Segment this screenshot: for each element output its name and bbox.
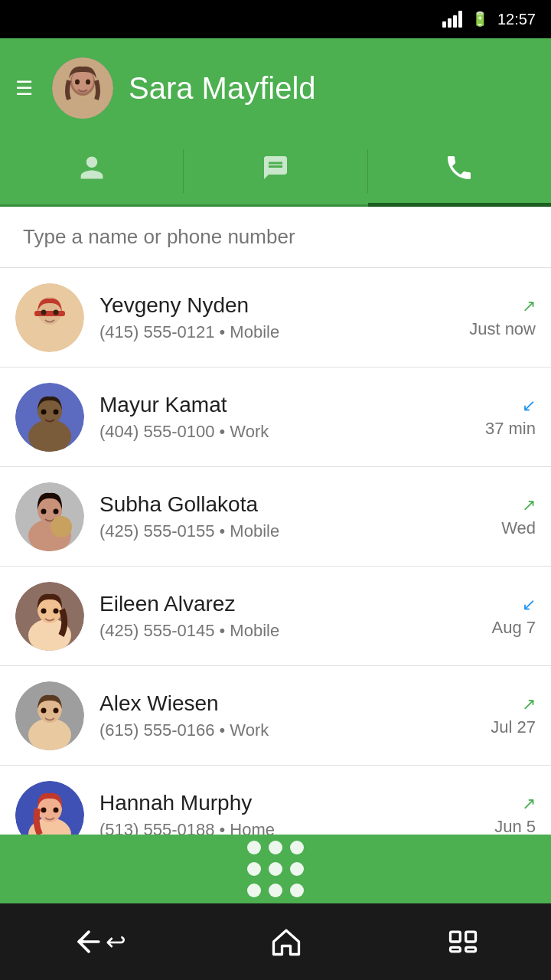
svg-point-10: [41, 309, 47, 315]
tab-calls[interactable]: [368, 138, 551, 204]
call-list: Yevgeny Nyden (415) 555-0121 • Mobile ↗ …: [0, 268, 551, 865]
call-meta: ↙ 37 min: [421, 396, 536, 439]
call-item[interactable]: Mayur Kamat (404) 555-0100 • Work ↙ 37 m…: [0, 368, 551, 467]
call-direction-icon: ↙: [522, 396, 536, 416]
call-time: Jul 27: [491, 717, 536, 737]
svg-point-11: [54, 309, 59, 315]
call-detail: (415) 555-0121 • Mobile: [99, 322, 421, 342]
svg-point-21: [54, 508, 59, 514]
call-avatar: [15, 283, 84, 352]
tab-bar: [0, 138, 551, 207]
call-name: Subha Gollakota: [99, 492, 421, 517]
call-name: Eileen Alvarez: [99, 592, 421, 616]
svg-point-28: [54, 608, 59, 613]
svg-point-32: [41, 707, 47, 713]
svg-point-15: [41, 409, 47, 414]
tab-messages[interactable]: [184, 138, 367, 204]
svg-point-13: [28, 420, 71, 452]
svg-point-37: [41, 807, 47, 812]
dialpad-dot: [269, 841, 282, 854]
signal-icon: [442, 11, 462, 28]
call-avatar: [15, 383, 84, 452]
svg-rect-9: [34, 311, 65, 316]
svg-rect-39: [450, 932, 460, 942]
person-icon: [78, 154, 106, 188]
call-detail: (404) 555-0100 • Work: [99, 422, 421, 442]
svg-point-5: [86, 80, 90, 85]
search-container[interactable]: [0, 207, 551, 268]
call-direction-icon: ↗: [522, 495, 536, 515]
svg-point-27: [41, 608, 47, 613]
call-detail: (615) 555-0166 • Work: [99, 720, 421, 740]
svg-point-23: [55, 518, 67, 529]
tab-contacts[interactable]: [0, 138, 183, 204]
avatar[interactable]: [52, 57, 113, 119]
message-icon: [262, 154, 289, 188]
call-detail: (425) 555-0145 • Mobile: [99, 621, 421, 641]
call-info: Mayur Kamat (404) 555-0100 • Work: [99, 393, 421, 442]
call-time: Aug 7: [492, 618, 536, 638]
dialpad-dot: [269, 862, 282, 876]
search-input[interactable]: [23, 225, 528, 249]
recents-button[interactable]: [446, 925, 480, 959]
home-button[interactable]: [269, 925, 303, 959]
bottom-nav: ↩: [0, 903, 551, 980]
dialpad-icon[interactable]: [247, 841, 304, 897]
call-item[interactable]: Subha Gollakota (425) 555-0155 • Mobile …: [0, 467, 551, 567]
call-meta: ↙ Aug 7: [421, 595, 536, 638]
svg-rect-40: [465, 932, 475, 942]
call-info: Subha Gollakota (425) 555-0155 • Mobile: [99, 492, 421, 541]
dialpad-dot: [247, 841, 261, 854]
call-info: Yevgeny Nyden (415) 555-0121 • Mobile: [99, 293, 421, 342]
header: ☰ Sara Mayfield: [0, 38, 551, 138]
call-name: Hannah Murphy: [99, 791, 421, 815]
status-time: 12:57: [497, 11, 536, 28]
call-direction-icon: ↗: [522, 694, 536, 714]
call-avatar: [15, 681, 84, 750]
svg-point-4: [75, 80, 80, 85]
call-time: Wed: [501, 518, 536, 538]
dialpad-dot: [269, 884, 282, 897]
dialpad-dot: [290, 841, 304, 854]
call-detail: (425) 555-0155 • Mobile: [99, 521, 421, 541]
call-time: Jun 5: [494, 817, 536, 837]
call-name: Alex Wiesen: [99, 691, 421, 716]
dialpad-dot: [247, 862, 261, 876]
call-item[interactable]: Alex Wiesen (615) 555-0166 • Work ↗ Jul …: [0, 666, 551, 766]
dialpad-dot: [247, 884, 261, 897]
dialpad-bar[interactable]: [0, 835, 551, 903]
call-name: Yevgeny Nyden: [99, 293, 421, 318]
back-button[interactable]: ↩: [72, 925, 126, 959]
battery-icon: 🔋: [471, 11, 488, 28]
call-meta: ↗ Wed: [421, 495, 536, 538]
call-time: 37 min: [485, 419, 536, 439]
call-item[interactable]: Eileen Alvarez (425) 555-0145 • Mobile ↙…: [0, 567, 551, 666]
call-avatar: [15, 582, 84, 651]
dialpad-dot: [290, 884, 304, 897]
call-direction-icon: ↗: [522, 296, 536, 316]
call-name: Mayur Kamat: [99, 393, 421, 417]
header-title: Sara Mayfield: [129, 71, 536, 106]
svg-rect-42: [465, 947, 475, 952]
svg-point-38: [54, 807, 59, 812]
menu-icon[interactable]: ☰: [15, 77, 33, 100]
svg-point-16: [54, 409, 59, 414]
svg-point-33: [54, 707, 59, 713]
call-meta: ↗ Just now: [421, 296, 536, 339]
dialpad-dot: [290, 862, 304, 876]
call-info: Alex Wiesen (615) 555-0166 • Work: [99, 691, 421, 740]
svg-point-30: [28, 718, 71, 750]
status-bar: 🔋 12:57: [0, 0, 551, 38]
call-direction-icon: ↗: [522, 794, 536, 814]
call-meta: ↗ Jun 5: [421, 794, 536, 837]
phone-icon: [444, 152, 474, 190]
call-direction-icon: ↙: [522, 595, 536, 615]
call-avatar: [15, 482, 84, 551]
call-time: Just now: [469, 319, 536, 339]
call-info: Eileen Alvarez (425) 555-0145 • Mobile: [99, 592, 421, 641]
call-item[interactable]: Yevgeny Nyden (415) 555-0121 • Mobile ↗ …: [0, 268, 551, 368]
call-info: Hannah Murphy (513) 555-0188 • Home: [99, 791, 421, 840]
svg-rect-41: [450, 947, 460, 952]
call-meta: ↗ Jul 27: [421, 694, 536, 737]
svg-point-20: [41, 508, 47, 514]
